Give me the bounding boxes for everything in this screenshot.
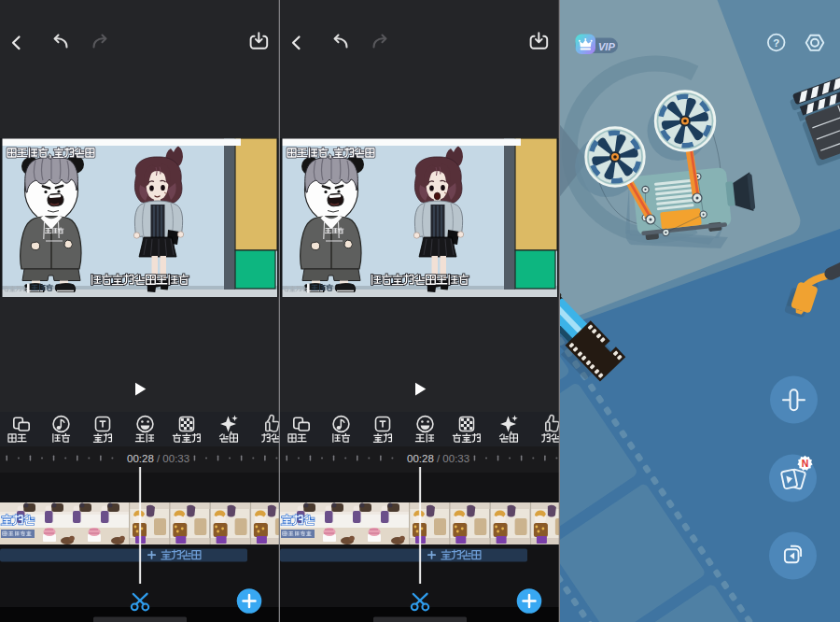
- svg-text:00:28 / 00:33: 00:28 / 00:33: [127, 453, 189, 464]
- svg-text:?: ?: [773, 37, 779, 49]
- svg-text:00:28 / 00:33: 00:28 / 00:33: [407, 453, 469, 464]
- svg-text:VIP: VIP: [598, 41, 615, 52]
- svg-text:N: N: [802, 458, 809, 469]
